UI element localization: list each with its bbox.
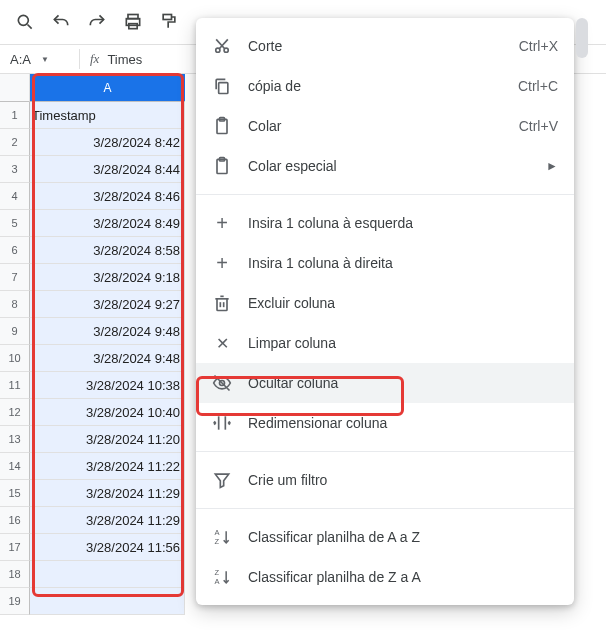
- menu-create-filter[interactable]: Crie um filtro: [196, 460, 574, 500]
- row-header[interactable]: 19: [0, 588, 30, 615]
- cell[interactable]: 3/28/2024 9:48: [30, 345, 185, 372]
- menu-cut[interactable]: Corte Ctrl+X: [196, 26, 574, 66]
- menu-resize-column[interactable]: Redimensionar coluna: [196, 403, 574, 443]
- filter-icon: [212, 470, 232, 490]
- row-header[interactable]: 3: [0, 156, 30, 183]
- copy-icon: [212, 76, 232, 96]
- cell[interactable]: 3/28/2024 9:27: [30, 291, 185, 318]
- name-box[interactable]: A:A ▼: [0, 52, 55, 67]
- menu-label: Insira 1 coluna à esquerda: [248, 215, 558, 231]
- menu-separator: [196, 194, 574, 195]
- menu-hide-column[interactable]: Ocultar coluna: [196, 363, 574, 403]
- cell[interactable]: Timestamp: [30, 102, 185, 129]
- resize-icon: [212, 413, 232, 433]
- svg-rect-10: [219, 83, 228, 94]
- cell[interactable]: [30, 561, 185, 588]
- row-header[interactable]: 6: [0, 237, 30, 264]
- row-header[interactable]: 14: [0, 453, 30, 480]
- hide-icon: [212, 373, 232, 393]
- row-header[interactable]: 1: [0, 102, 30, 129]
- cell[interactable]: 3/28/2024 11:29: [30, 480, 185, 507]
- menu-shortcut: Ctrl+V: [519, 118, 558, 134]
- paste-special-icon: [212, 156, 232, 176]
- menu-label: Classificar planilha de Z a A: [248, 569, 558, 585]
- menu-paste[interactable]: Colar Ctrl+V: [196, 106, 574, 146]
- menu-label: Crie um filtro: [248, 472, 558, 488]
- undo-icon[interactable]: [46, 7, 76, 37]
- menu-insert-right[interactable]: + Insira 1 coluna à direita: [196, 243, 574, 283]
- sort-az-icon: AZ: [212, 527, 232, 547]
- print-icon[interactable]: [118, 7, 148, 37]
- divider: [79, 49, 80, 69]
- cell[interactable]: 3/28/2024 9:18: [30, 264, 185, 291]
- cell[interactable]: 3/28/2024 8:42: [30, 129, 185, 156]
- plus-icon: +: [212, 212, 232, 235]
- svg-point-0: [18, 15, 28, 25]
- column-header-a[interactable]: A: [30, 74, 185, 102]
- menu-label: Colar: [248, 118, 503, 134]
- menu-label: cópia de: [248, 78, 502, 94]
- svg-text:Z: Z: [215, 537, 220, 546]
- menu-paste-special[interactable]: Colar especial ►: [196, 146, 574, 186]
- svg-rect-5: [163, 15, 171, 20]
- row-header[interactable]: 18: [0, 561, 30, 588]
- paste-icon: [212, 116, 232, 136]
- cell[interactable]: 3/28/2024 8:58: [30, 237, 185, 264]
- row-header[interactable]: 17: [0, 534, 30, 561]
- menu-insert-left[interactable]: + Insira 1 coluna à esquerda: [196, 203, 574, 243]
- cell[interactable]: 3/28/2024 8:44: [30, 156, 185, 183]
- cell[interactable]: 3/28/2024 11:56: [30, 534, 185, 561]
- select-all-corner[interactable]: [0, 74, 30, 102]
- cell[interactable]: 3/28/2024 8:46: [30, 183, 185, 210]
- menu-sort-za[interactable]: ZA Classificar planilha de Z a A: [196, 557, 574, 597]
- row-header[interactable]: 2: [0, 129, 30, 156]
- row-header[interactable]: 5: [0, 210, 30, 237]
- cell[interactable]: 3/28/2024 10:38: [30, 372, 185, 399]
- redo-icon[interactable]: [82, 7, 112, 37]
- row-header[interactable]: 12: [0, 399, 30, 426]
- menu-separator: [196, 508, 574, 509]
- svg-line-1: [28, 25, 32, 29]
- svg-point-6: [216, 48, 220, 52]
- chevron-down-icon: ▼: [41, 55, 49, 64]
- cell[interactable]: 3/28/2024 11:22: [30, 453, 185, 480]
- row-header[interactable]: 4: [0, 183, 30, 210]
- row-header[interactable]: 16: [0, 507, 30, 534]
- cell[interactable]: [30, 588, 185, 615]
- menu-label: Limpar coluna: [248, 335, 558, 351]
- svg-text:A: A: [215, 577, 220, 586]
- row-header[interactable]: 11: [0, 372, 30, 399]
- paint-format-icon[interactable]: [154, 7, 184, 37]
- menu-label: Redimensionar coluna: [248, 415, 558, 431]
- menu-shortcut: Ctrl+C: [518, 78, 558, 94]
- trash-icon: [212, 293, 232, 313]
- row-header[interactable]: 10: [0, 345, 30, 372]
- sort-za-icon: ZA: [212, 567, 232, 587]
- row-header[interactable]: 8: [0, 291, 30, 318]
- menu-label: Colar especial: [248, 158, 530, 174]
- menu-label: Classificar planilha de A a Z: [248, 529, 558, 545]
- menu-shortcut: Ctrl+X: [519, 38, 558, 54]
- menu-delete-column[interactable]: Excluir coluna: [196, 283, 574, 323]
- plus-icon: +: [212, 252, 232, 275]
- row-header[interactable]: 15: [0, 480, 30, 507]
- menu-copy[interactable]: cópia de Ctrl+C: [196, 66, 574, 106]
- fx-label: fx: [90, 51, 99, 67]
- cell[interactable]: 3/28/2024 11:29: [30, 507, 185, 534]
- cell[interactable]: 3/28/2024 10:40: [30, 399, 185, 426]
- menu-separator: [196, 451, 574, 452]
- name-box-value: A:A: [10, 52, 31, 67]
- cell[interactable]: 3/28/2024 8:49: [30, 210, 185, 237]
- menu-sort-az[interactable]: AZ Classificar planilha de A a Z: [196, 517, 574, 557]
- row-header[interactable]: 9: [0, 318, 30, 345]
- cut-icon: [212, 36, 232, 56]
- row-header[interactable]: 13: [0, 426, 30, 453]
- menu-clear-column[interactable]: ✕ Limpar coluna: [196, 323, 574, 363]
- search-icon[interactable]: [10, 7, 40, 37]
- svg-rect-4: [129, 24, 137, 29]
- cell[interactable]: 3/28/2024 11:20: [30, 426, 185, 453]
- row-header[interactable]: 7: [0, 264, 30, 291]
- scrollbar[interactable]: [576, 18, 588, 58]
- menu-label: Ocultar coluna: [248, 375, 558, 391]
- cell[interactable]: 3/28/2024 9:48: [30, 318, 185, 345]
